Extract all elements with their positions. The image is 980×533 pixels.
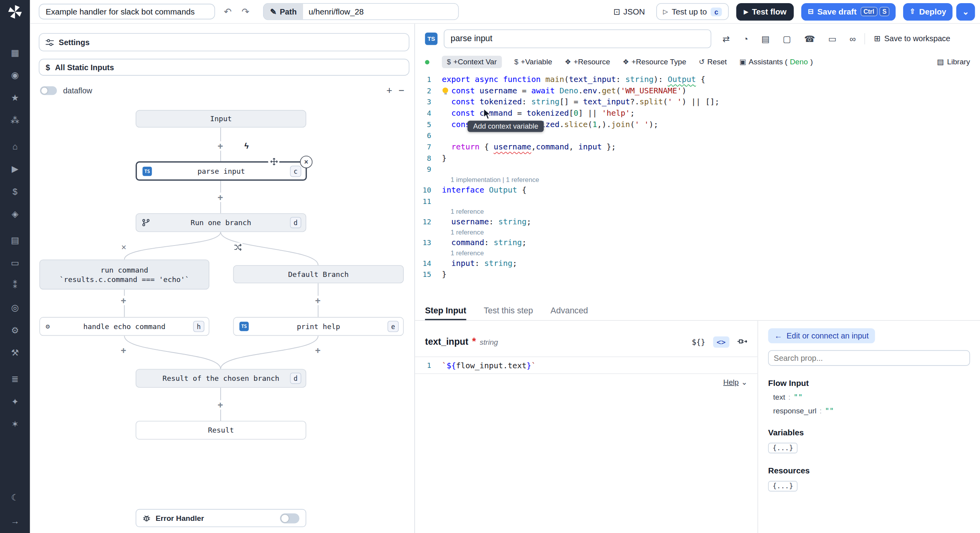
settings-icon[interactable]: ⚙ — [10, 325, 20, 335]
dataflow-toggle[interactable] — [40, 86, 57, 95]
code-line[interactable]: 10interface Output { — [415, 184, 980, 196]
quickfix-lightbulb-icon[interactable] — [443, 87, 448, 93]
template-literal-button[interactable]: ${} — [692, 338, 706, 346]
codelens[interactable]: 1 reference — [415, 207, 980, 216]
redo-icon[interactable]: ↷ — [240, 6, 250, 17]
codelens[interactable]: 1 reference — [415, 227, 980, 237]
add-step-button[interactable]: + — [119, 296, 128, 305]
flow-input-prop-text[interactable]: text:"" — [773, 393, 970, 401]
search-prop-input[interactable] — [768, 350, 970, 366]
github-icon[interactable]: ✶ — [10, 419, 20, 429]
node-print-help[interactable]: TS print help e — [233, 317, 404, 336]
test-up-to-button[interactable]: ▷ Test up to c — [656, 3, 729, 20]
node-result[interactable]: Result — [136, 421, 306, 440]
node-handle-echo-command[interactable]: ⚙ handle echo command h — [39, 317, 209, 336]
home-icon[interactable]: ⌂ — [10, 141, 20, 151]
tab-test-this-step[interactable]: Test this step — [484, 302, 533, 320]
code-line[interactable]: 12 username: string; — [415, 216, 980, 228]
code-line[interactable]: 7 return { username,command, input }; — [415, 141, 980, 153]
zoom-in-button[interactable]: + — [387, 85, 392, 96]
library-button[interactable]: ▤ Library — [937, 58, 970, 66]
trigger-bolt-icon[interactable]: ϟ — [242, 141, 251, 151]
runs-icon[interactable]: ▶ — [10, 164, 20, 174]
add-step-button[interactable]: + — [216, 141, 225, 151]
variables-expand-button[interactable]: {...} — [768, 443, 798, 453]
codelens[interactable]: 1 reference — [415, 248, 980, 258]
windmill-logo[interactable] — [7, 4, 23, 23]
theme-toggle-icon[interactable]: ☾ — [10, 492, 20, 502]
move-node-handle[interactable] — [268, 156, 279, 167]
toolbar-resource[interactable]: ❖+Resource — [564, 58, 610, 66]
code-line[interactable]: 11 — [415, 196, 980, 207]
toolbar-resource-type[interactable]: ❖+Resource Type — [622, 58, 686, 66]
add-step-button[interactable]: + — [216, 193, 225, 202]
input-expression-editor[interactable]: 1 `${flow_input.text}` — [415, 357, 758, 374]
add-step-button[interactable]: + — [313, 346, 323, 355]
code-line[interactable]: 1export async function main(text_input: … — [415, 74, 980, 85]
docs-icon[interactable]: ≣ — [10, 374, 20, 384]
code-line[interactable]: 4 const command = tokenized[0] || 'help'… — [415, 107, 980, 119]
gauge-icon[interactable]: ◔ — [743, 33, 748, 44]
window-icon[interactable]: ▢ — [783, 33, 791, 44]
node-run-command-branch[interactable]: run command `results.c.command === 'echo… — [39, 260, 209, 290]
voicemail-icon[interactable]: ∞ — [849, 33, 856, 44]
save-draft-button[interactable]: ⊟ Save draft CtrlS — [802, 3, 896, 20]
toolbar-variable[interactable]: $+Variable — [514, 58, 552, 66]
tab-step-input[interactable]: Step Input — [425, 302, 466, 320]
workers-icon[interactable]: ⚒ — [10, 347, 20, 358]
connect-input-icon[interactable] — [737, 337, 748, 348]
node-input[interactable]: Input — [136, 110, 306, 128]
add-step-button[interactable]: + — [313, 296, 323, 305]
code-line[interactable]: 15} — [415, 269, 980, 280]
audit-icon[interactable]: ◎ — [10, 303, 20, 313]
code-line[interactable]: 13 command: string; — [415, 237, 980, 248]
help-link[interactable]: Help — [723, 378, 739, 386]
code-line[interactable]: 8} — [415, 153, 980, 164]
toolbar-context-var[interactable]: $+Context Var — [442, 56, 502, 68]
zoom-out-button[interactable]: − — [399, 85, 405, 96]
deploy-dropdown-button[interactable]: ⌄ — [956, 3, 975, 20]
code-editor[interactable]: 1export async function main(text_input: … — [415, 71, 980, 302]
codelens[interactable]: 1 implementation | 1 reference — [415, 175, 980, 184]
node-run-one-branch[interactable]: Run one branch d — [136, 213, 306, 232]
toolbar-reset[interactable]: ↺Reset — [699, 58, 727, 66]
user-icon[interactable]: ◉ — [10, 70, 20, 80]
variables-icon[interactable]: $ — [10, 186, 20, 196]
json-button[interactable]: ⊡ JSON — [610, 6, 649, 17]
tab-advanced[interactable]: Advanced — [550, 302, 588, 320]
delete-node-button[interactable]: × — [300, 156, 312, 168]
flow-input-prop-response_url[interactable]: response_url:"" — [773, 406, 970, 415]
toolbar-assistants[interactable]: ▣Assistants (Deno) — [739, 58, 813, 66]
collapse-sidebar-icon[interactable]: → — [10, 516, 20, 526]
code-line[interactable]: 3 const tokenized: string[] = text_input… — [415, 96, 980, 108]
deploy-button[interactable]: ⇧ Deploy — [904, 3, 953, 20]
edit-path-button[interactable]: ✎ Path — [264, 4, 303, 20]
groups-icon[interactable]: ⁂ — [10, 115, 20, 125]
add-step-button[interactable]: + — [119, 346, 128, 355]
error-handler-row[interactable]: Error Handler — [136, 509, 306, 527]
remove-branch-button[interactable]: × — [119, 242, 129, 252]
folders-icon[interactable]: ▭ — [10, 258, 20, 268]
node-default-branch[interactable]: Default Branch — [233, 265, 404, 283]
vehicle-icon[interactable]: ▭ — [828, 33, 837, 44]
resources-expand-button[interactable]: {...} — [768, 481, 798, 491]
discord-icon[interactable]: ✦ — [10, 397, 20, 407]
step-name-input[interactable] — [444, 29, 711, 48]
schedules-icon[interactable]: ▤ — [10, 235, 20, 245]
phone-icon[interactable]: ☎ — [804, 33, 815, 44]
save-to-workspace-button[interactable]: ⊞ Save to workspace — [874, 34, 951, 43]
resources-icon[interactable]: ◈ — [10, 209, 20, 219]
node-parse-input[interactable]: TS parse input c — [136, 161, 307, 180]
undo-icon[interactable]: ↶ — [223, 6, 233, 17]
chevron-down-icon[interactable]: ⌄ — [741, 378, 748, 386]
apps-icon[interactable]: ▦ — [10, 47, 20, 58]
code-line[interactable]: 9 — [415, 164, 980, 175]
node-branch-result[interactable]: Result of the chosen branch d — [136, 369, 306, 388]
code-line[interactable]: 14 input: string; — [415, 258, 980, 269]
flow-settings-button[interactable]: Settings — [39, 33, 409, 51]
sync-icon[interactable]: ⇄ — [722, 33, 730, 44]
add-step-button[interactable]: + — [216, 400, 225, 409]
library-icon[interactable]: ▤ — [761, 33, 769, 44]
code-line[interactable]: 2 const username = await Deno.env.get('W… — [415, 85, 980, 96]
swap-branches-icon[interactable] — [232, 243, 243, 252]
